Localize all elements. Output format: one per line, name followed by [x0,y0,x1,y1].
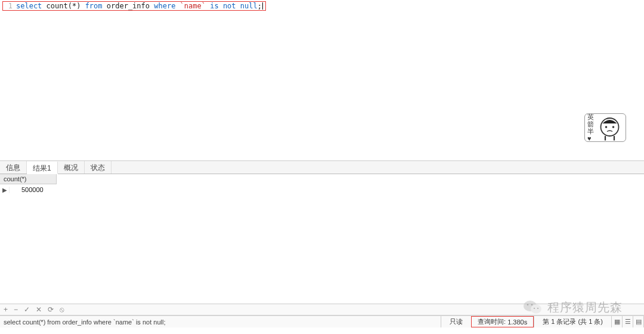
kw-where: where [154,2,175,10]
kw-select: select [16,2,42,10]
query-time-value: 1.380s [507,318,527,326]
sticker-line3: 半 [587,128,594,135]
tok-semi: ; [258,2,262,10]
svg-point-1 [605,126,608,128]
kw-from: from [85,2,103,10]
result-grid: count(*) ▶ 500000 [0,174,644,304]
tok-col: `name` [180,2,206,10]
sticker-badge: 英 箭 半 ♥ [584,113,626,142]
result-tabs: 信息 结果1 概况 状态 [0,161,644,174]
status-query-time: 查询时间: 1.380s [471,316,534,327]
cell-count-value[interactable]: 500000 [10,186,55,193]
svg-point-2 [612,126,615,128]
view-form-button[interactable]: ☰ [623,316,633,327]
status-readonly: 只读 [441,316,471,327]
sticker-line2: 箭 [587,120,594,128]
status-bar: select count(*) from order_info where `n… [0,316,644,327]
row-marker-icon: ▶ [0,187,10,193]
view-grid-button[interactable]: ▦ [612,316,623,327]
column-header-count[interactable]: count(*) [0,174,57,184]
tab-result1[interactable]: 结果1 [27,162,58,174]
tab-status[interactable]: 状态 [85,161,112,174]
tok-table: order_info [107,2,150,10]
table-row[interactable]: ▶ 500000 [0,184,644,195]
status-sql-text: select count(*) from order_info where `n… [0,318,441,326]
sql-line-1[interactable]: 1 select count(*) from order_info where … [2,1,266,11]
heart-icon: ♥ [587,135,594,142]
query-time-label: 查询时间: [478,317,506,326]
delete-row-button[interactable]: − [14,305,18,314]
tok-count: count(*) [47,2,81,10]
cancel-button[interactable]: ✕ [36,305,42,314]
line-number: 1 [4,2,13,10]
sticker-line1: 英 [587,113,594,120]
view-text-button[interactable]: ▤ [633,316,644,327]
grid-toolbar: + − ✓ ✕ ⟳ ⦸ [0,304,644,316]
refresh-button[interactable]: ⟳ [48,305,54,314]
status-record-count: 第 1 条记录 (共 1 条) [534,316,611,327]
face-icon [596,115,623,141]
tab-profile[interactable]: 概况 [58,161,85,174]
kw-isnotnull: is not null [210,2,257,10]
apply-button[interactable]: ✓ [24,305,30,314]
grid-body[interactable]: ▶ 500000 [0,184,644,304]
view-toggle: ▦ ☰ ▤ [611,316,644,327]
tab-info[interactable]: 信息 [0,161,27,174]
add-row-button[interactable]: + [4,305,8,314]
stop-button[interactable]: ⦸ [60,305,64,314]
sql-editor[interactable]: 1 select count(*) from order_info where … [0,0,644,161]
text-cursor [262,2,263,10]
